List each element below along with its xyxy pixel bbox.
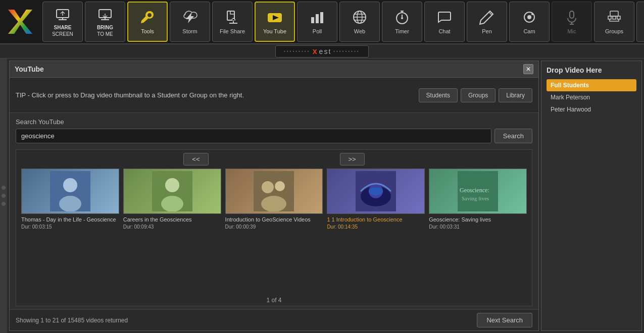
video-thumb-1 <box>21 169 119 214</box>
video-item-5[interactable]: Geoscience:Saving lives Geoscience: Savi… <box>429 169 527 291</box>
page-indicator: 1 of 4 <box>16 295 532 306</box>
toolbar-item-pen[interactable]: Pen <box>467 2 507 42</box>
search-area: Search YouTube Search <box>10 113 538 146</box>
toolbar-item-poll[interactable]: Poll <box>297 2 337 42</box>
left-panel <box>0 59 7 333</box>
next-search-button[interactable]: Next Search <box>477 313 532 327</box>
svg-point-35 <box>369 187 383 195</box>
toolbar-item-storm[interactable]: Storm <box>170 2 210 42</box>
strip-dots-right: ▪▪▪▪▪▪▪▪▪ <box>333 49 360 53</box>
video-title-3: Introduction to GeoScience Videos <box>225 216 323 223</box>
drop-item-peter-harwood[interactable]: Peter Harwood <box>547 103 636 116</box>
center-strip-inner: ▪▪▪▪▪▪▪▪▪ x est ▪▪▪▪▪▪▪▪▪ <box>275 45 369 58</box>
library-button[interactable]: Library <box>499 88 532 102</box>
toolbar-item-chat[interactable]: Chat <box>424 2 465 42</box>
strip-logo: x <box>313 47 317 56</box>
tools-label: Tools <box>141 28 154 34</box>
left-panel-dot-1 <box>2 186 6 190</box>
svg-point-26 <box>165 178 179 192</box>
groups-label: Groups <box>605 28 623 34</box>
share-screen-label-bot: SCREEN <box>52 31 73 37</box>
pen-label: Pen <box>482 28 492 34</box>
left-panel-dot-2 <box>2 194 6 198</box>
svg-point-27 <box>161 196 183 211</box>
video-item-3[interactable]: Introduction to GeoScience Videos Dur: 0… <box>225 169 323 291</box>
svg-rect-10 <box>320 12 323 23</box>
svg-rect-19 <box>610 11 618 16</box>
video-item-1[interactable]: Thomas - Day in the Life - Geoscience Du… <box>21 169 119 291</box>
toolbar-item-timer[interactable]: Timer <box>382 2 422 42</box>
pagination-row: << >> <box>16 150 532 169</box>
main-content: YouTube ✕ TIP - Click or press to Drag v… <box>0 59 644 333</box>
video-title-2: Careers in the Geosciences <box>123 216 221 223</box>
cam-label: Cam <box>523 28 535 34</box>
video-dur-1: Dur: 00:03:15 <box>21 224 119 230</box>
svg-rect-18 <box>570 11 574 18</box>
bring-to-me-icon <box>97 7 113 24</box>
svg-text:Geoscience:: Geoscience: <box>460 187 489 194</box>
svg-point-17 <box>531 13 533 15</box>
video-item-2[interactable]: Careers in the Geosciences Dur: 00:09:43 <box>123 169 221 291</box>
search-button[interactable]: Search <box>494 129 532 143</box>
svg-point-29 <box>262 181 274 193</box>
toolbar-item-tools[interactable]: Tools <box>127 2 168 42</box>
video-title-5: Geoscience: Saving lives <box>429 216 527 223</box>
toolbar-item-unlocked[interactable]: Unlocked <box>636 2 644 42</box>
toolbar-item-mic[interactable]: Mic <box>552 2 592 42</box>
tools-icon <box>139 9 156 26</box>
search-input[interactable] <box>16 129 491 143</box>
videos-row: Thomas - Day in the Life - Geoscience Du… <box>16 169 532 295</box>
toolbar-item-cam[interactable]: Cam <box>509 2 550 42</box>
chat-label: Chat <box>438 28 450 34</box>
storm-icon <box>182 9 198 26</box>
dialog-close-button[interactable]: ✕ <box>523 64 533 74</box>
students-button[interactable]: Students <box>419 88 458 102</box>
video-dur-5: Dur: 00:03:31 <box>429 224 527 230</box>
youtube-dialog: YouTube ✕ TIP - Click or press to Drag v… <box>9 61 539 331</box>
youtube-icon <box>267 9 283 26</box>
toolbar-item-share-screen[interactable]: SHARE SCREEN <box>42 2 83 42</box>
search-label: Search YouTube <box>16 118 532 126</box>
drop-item-mark-peterson[interactable]: Mark Peterson <box>547 91 636 103</box>
toolbar: SHARE SCREEN BRING TO ME Tools Storm Fil… <box>0 0 644 44</box>
svg-rect-9 <box>316 14 319 23</box>
prev-page-button[interactable]: << <box>183 153 208 165</box>
video-title-1: Thomas - Day in the Life - Geoscience <box>21 216 119 223</box>
toolbar-item-file-share[interactable]: File Share <box>212 2 253 42</box>
status-bar: Showing 1 to 21 of 15485 videos returned… <box>10 309 538 330</box>
strip-dots-left: ▪▪▪▪▪▪▪▪▪ <box>284 49 311 53</box>
drop-item-full-students[interactable]: Full Students <box>547 79 636 91</box>
dialog-title: YouTube <box>15 65 44 73</box>
web-label: Web <box>354 28 365 34</box>
video-thumb-3 <box>225 169 323 214</box>
timer-label: Timer <box>395 28 409 34</box>
cam-icon <box>521 9 537 26</box>
toolbar-item-web[interactable]: Web <box>339 2 380 42</box>
tip-text: TIP - Click or press to Drag video thumb… <box>16 91 419 99</box>
poll-label: Poll <box>313 28 322 34</box>
svg-point-23 <box>63 178 77 192</box>
video-title-4: 1 1 Introduction to Geoscience <box>327 216 425 223</box>
svg-point-24 <box>59 196 81 211</box>
tip-buttons: Students Groups Library <box>419 88 532 102</box>
next-page-button[interactable]: >> <box>340 153 365 165</box>
drop-video-panel: Drop Video Here Full Students Mark Peter… <box>541 61 642 331</box>
share-screen-label-top: SHARE <box>54 25 71 30</box>
toolbar-item-youtube[interactable]: You Tube <box>255 2 295 42</box>
video-thumb-5: Geoscience:Saving lives <box>429 169 527 214</box>
timer-icon <box>394 9 410 26</box>
youtube-label: You Tube <box>263 28 286 34</box>
center-strip: ▪▪▪▪▪▪▪▪▪ x est ▪▪▪▪▪▪▪▪▪ <box>0 44 644 59</box>
video-dur-2: Dur: 00:09:43 <box>123 224 221 230</box>
svg-point-16 <box>527 15 531 19</box>
poll-icon <box>309 9 325 26</box>
mic-label: Mic <box>567 28 576 34</box>
svg-rect-8 <box>311 17 314 23</box>
video-item-4[interactable]: 1 1 Introduction to Geoscience Dur: 00:1… <box>327 169 425 291</box>
svg-point-31 <box>261 196 286 211</box>
toolbar-item-groups[interactable]: Groups <box>594 2 634 42</box>
groups-button[interactable]: Groups <box>461 88 496 102</box>
file-share-label: File Share <box>220 28 245 34</box>
toolbar-item-bring-to-me[interactable]: BRING TO ME <box>85 2 125 42</box>
chat-icon <box>436 9 453 26</box>
